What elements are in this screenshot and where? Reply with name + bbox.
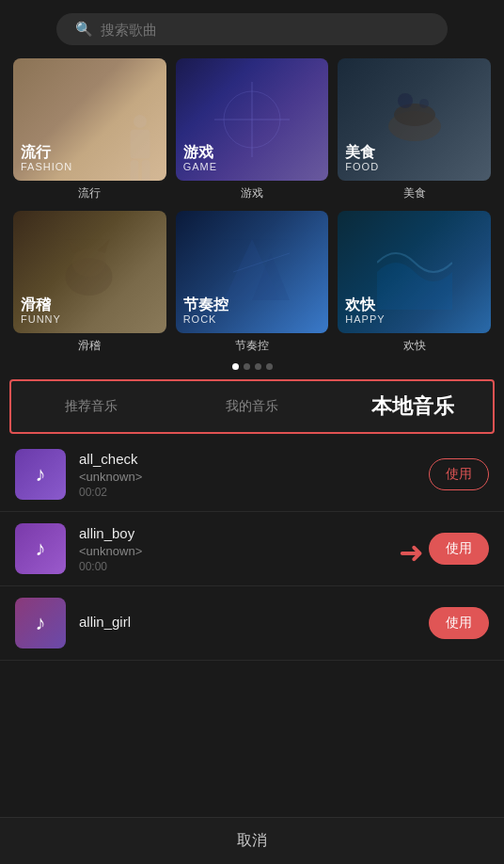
genre-thumb-rock: 节奏控 ROCK [176, 211, 329, 333]
search-bar: 🔍 [0, 0, 504, 55]
music-note-icon-2: ♪ [36, 536, 46, 561]
genre-section: 流行 FASHION 流行 游戏 GAME [0, 55, 504, 354]
genre-row-2: 滑稽 FUNNY 滑稽 节奏控 ROCK [13, 211, 491, 354]
dot-1 [232, 363, 239, 370]
cancel-bar[interactable]: 取消 [0, 817, 504, 864]
song-name-allin-girl: allin_girl [79, 614, 416, 630]
song-name-all-check: all_check [79, 451, 416, 467]
svg-marker-14 [98, 239, 110, 253]
genre-thumb-happy: 欢快 HAPPY [338, 211, 491, 333]
genre-thumb-funny: 滑稽 FUNNY [13, 211, 166, 333]
genre-row-1: 流行 FASHION 流行 游戏 GAME [13, 58, 491, 201]
genre-text-happy: 欢快 HAPPY [345, 296, 385, 326]
song-thumb-allin-boy: ♪ [15, 523, 66, 574]
use-button-allin-girl[interactable]: 使用 [429, 607, 489, 639]
genre-thumb-fashion: 流行 FASHION [13, 58, 166, 181]
search-input-wrap[interactable]: 🔍 [56, 13, 448, 45]
svg-rect-3 [141, 160, 150, 181]
tab-my-music[interactable]: 我的音乐 [172, 396, 333, 417]
song-artist-allin-boy: <unknown> [79, 544, 416, 558]
svg-point-9 [398, 93, 413, 108]
song-item-allin-girl: ♪ allin_girl 使用 [0, 586, 504, 661]
song-item-all-check: ♪ all_check <unknown> 00:02 使用 [0, 438, 504, 512]
song-name-allin-boy: allin_boy [79, 525, 416, 541]
song-list: ♪ all_check <unknown> 00:02 使用 ♪ allin_b… [0, 438, 504, 661]
arrow-indicator: ➜ [399, 535, 424, 564]
genre-item-rock[interactable]: 节奏控 ROCK 节奏控 [176, 211, 329, 354]
genre-item-food[interactable]: 美食 FOOD 美食 [338, 58, 491, 201]
song-thumb-allin-girl: ♪ [15, 598, 66, 648]
svg-point-8 [394, 104, 435, 126]
genre-label-fashion: 流行 [78, 185, 101, 201]
genre-item-game[interactable]: 游戏 GAME 游戏 [176, 58, 329, 201]
song-artist-all-check: <unknown> [79, 470, 416, 484]
song-thumb-all-check: ♪ [15, 449, 66, 500]
genre-text-funny: 滑稽 FUNNY [21, 296, 61, 326]
genre-label-rock: 节奏控 [235, 338, 269, 354]
use-button-all-check[interactable]: 使用 [429, 458, 489, 490]
dot-3 [255, 363, 261, 370]
page-dots [0, 363, 504, 370]
genre-text-rock: 节奏控 ROCK [183, 296, 228, 326]
genre-label-food: 美食 [403, 185, 426, 201]
genre-label-happy: 欢快 [403, 338, 426, 354]
genre-thumb-game: 游戏 GAME [176, 58, 329, 181]
song-duration-all-check: 00:02 [79, 486, 416, 499]
dot-2 [244, 363, 250, 370]
genre-item-fashion[interactable]: 流行 FASHION 流行 [13, 58, 166, 201]
svg-marker-13 [69, 239, 81, 253]
search-input[interactable] [101, 22, 429, 38]
genre-text-food: 美食 FOOD [345, 143, 379, 173]
music-note-icon: ♪ [36, 462, 46, 487]
svg-rect-2 [130, 160, 138, 181]
genre-text-game: 游戏 GAME [183, 143, 217, 173]
song-item-allin-boy: ♪ allin_boy <unknown> 00:00 ➜ 使用 [0, 512, 504, 586]
tab-local-music[interactable]: 本地音乐 [332, 391, 493, 423]
song-info-all-check: all_check <unknown> 00:02 [79, 451, 416, 499]
genre-text-fashion: 流行 FASHION [21, 143, 72, 173]
svg-point-0 [134, 115, 147, 128]
tabs-section: 推荐音乐 我的音乐 本地音乐 [9, 379, 495, 434]
song-duration-allin-boy: 00:00 [79, 560, 416, 573]
svg-rect-1 [130, 130, 150, 159]
music-note-icon-3: ♪ [36, 611, 46, 635]
genre-label-game: 游戏 [241, 185, 263, 201]
genre-item-funny[interactable]: 滑稽 FUNNY 滑稽 [13, 211, 166, 354]
song-info-allin-girl: allin_girl [79, 614, 416, 632]
use-button-allin-boy[interactable]: 使用 [429, 533, 489, 565]
search-icon: 🔍 [75, 21, 93, 38]
svg-point-12 [72, 248, 106, 277]
genre-label-funny: 滑稽 [78, 338, 101, 354]
cancel-label: 取消 [237, 832, 267, 848]
dot-4 [266, 363, 273, 370]
song-info-allin-boy: allin_boy <unknown> 00:00 [79, 525, 416, 573]
tab-recommended[interactable]: 推荐音乐 [11, 396, 172, 417]
genre-thumb-food: 美食 FOOD [338, 58, 491, 181]
svg-point-10 [419, 99, 429, 108]
genre-item-happy[interactable]: 欢快 HAPPY 欢快 [338, 211, 491, 354]
